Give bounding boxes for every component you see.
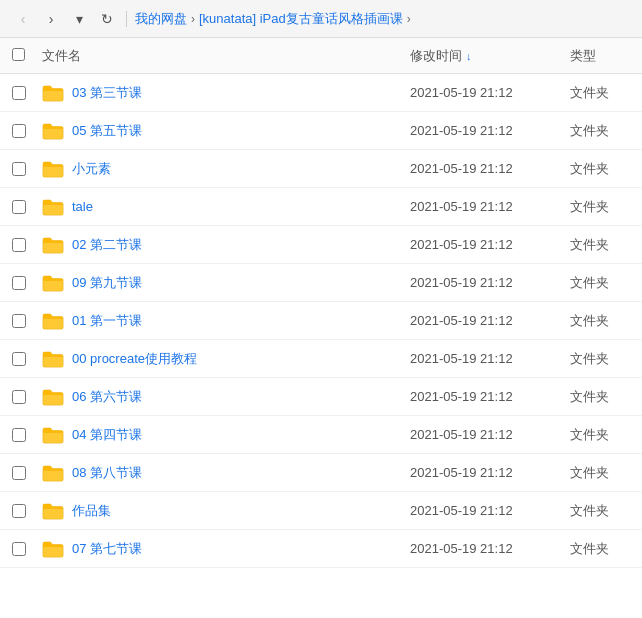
- row-check-11[interactable]: [12, 504, 42, 518]
- row-name-12: 07 第七节课: [42, 540, 410, 558]
- header-date-label: 修改时间: [410, 47, 462, 65]
- row-checkbox-2[interactable]: [12, 162, 26, 176]
- table-row[interactable]: 07 第七节课 2021-05-19 21:12 文件夹: [0, 530, 642, 568]
- dropdown-icon: ▾: [76, 11, 83, 27]
- breadcrumb-root[interactable]: 我的网盘: [135, 10, 187, 28]
- row-checkbox-1[interactable]: [12, 124, 26, 138]
- file-type-12: 文件夹: [570, 540, 630, 558]
- row-checkbox-6[interactable]: [12, 314, 26, 328]
- refresh-icon: ↻: [101, 11, 113, 27]
- row-name-9: 04 第四节课: [42, 426, 410, 444]
- table-row[interactable]: tale 2021-05-19 21:12 文件夹: [0, 188, 642, 226]
- select-all-checkbox[interactable]: [12, 48, 25, 61]
- file-date-5: 2021-05-19 21:12: [410, 275, 570, 290]
- breadcrumb-sep-2: ›: [407, 12, 411, 26]
- file-date-1: 2021-05-19 21:12: [410, 123, 570, 138]
- row-check-9[interactable]: [12, 428, 42, 442]
- forward-button[interactable]: ›: [40, 8, 62, 30]
- row-name-2: 小元素: [42, 160, 410, 178]
- table-row[interactable]: 作品集 2021-05-19 21:12 文件夹: [0, 492, 642, 530]
- row-checkbox-3[interactable]: [12, 200, 26, 214]
- table-row[interactable]: 09 第九节课 2021-05-19 21:12 文件夹: [0, 264, 642, 302]
- row-checkbox-8[interactable]: [12, 390, 26, 404]
- back-icon: ‹: [21, 11, 26, 27]
- row-checkbox-5[interactable]: [12, 276, 26, 290]
- forward-icon: ›: [49, 11, 54, 27]
- header-type: 类型: [570, 47, 630, 65]
- header-date[interactable]: 修改时间 ↓: [410, 47, 570, 65]
- row-checkbox-0[interactable]: [12, 86, 26, 100]
- file-date-9: 2021-05-19 21:12: [410, 427, 570, 442]
- file-name-text[interactable]: 08 第八节课: [72, 464, 142, 482]
- file-type-5: 文件夹: [570, 274, 630, 292]
- refresh-button[interactable]: ↻: [96, 8, 118, 30]
- file-name-text[interactable]: 05 第五节课: [72, 122, 142, 140]
- table-row[interactable]: 00 procreate使用教程 2021-05-19 21:12 文件夹: [0, 340, 642, 378]
- folder-icon: [42, 388, 64, 406]
- row-checkbox-7[interactable]: [12, 352, 26, 366]
- table-row[interactable]: 04 第四节课 2021-05-19 21:12 文件夹: [0, 416, 642, 454]
- file-type-4: 文件夹: [570, 236, 630, 254]
- file-name-text[interactable]: 03 第三节课: [72, 84, 142, 102]
- breadcrumb-course[interactable]: [kunatata] iPad复古童话风格插画课: [199, 10, 403, 28]
- row-check-6[interactable]: [12, 314, 42, 328]
- row-check-12[interactable]: [12, 542, 42, 556]
- row-name-7: 00 procreate使用教程: [42, 350, 410, 368]
- file-name-text[interactable]: 02 第二节课: [72, 236, 142, 254]
- table-row[interactable]: 01 第一节课 2021-05-19 21:12 文件夹: [0, 302, 642, 340]
- folder-icon: [42, 274, 64, 292]
- row-name-5: 09 第九节课: [42, 274, 410, 292]
- file-type-2: 文件夹: [570, 160, 630, 178]
- row-checkbox-12[interactable]: [12, 542, 26, 556]
- table-row[interactable]: 06 第六节课 2021-05-19 21:12 文件夹: [0, 378, 642, 416]
- file-name-text[interactable]: 01 第一节课: [72, 312, 142, 330]
- folder-icon: [42, 84, 64, 102]
- file-name-text[interactable]: tale: [72, 199, 93, 214]
- row-check-2[interactable]: [12, 162, 42, 176]
- row-name-1: 05 第五节课: [42, 122, 410, 140]
- row-check-1[interactable]: [12, 124, 42, 138]
- breadcrumb-sep-1: ›: [191, 12, 195, 26]
- file-type-6: 文件夹: [570, 312, 630, 330]
- row-name-10: 08 第八节课: [42, 464, 410, 482]
- file-type-11: 文件夹: [570, 502, 630, 520]
- row-checkbox-11[interactable]: [12, 504, 26, 518]
- row-checkbox-10[interactable]: [12, 466, 26, 480]
- row-name-0: 03 第三节课: [42, 84, 410, 102]
- file-type-9: 文件夹: [570, 426, 630, 444]
- table-row[interactable]: 03 第三节课 2021-05-19 21:12 文件夹: [0, 74, 642, 112]
- row-check-0[interactable]: [12, 86, 42, 100]
- file-date-10: 2021-05-19 21:12: [410, 465, 570, 480]
- file-name-text[interactable]: 00 procreate使用教程: [72, 350, 197, 368]
- row-checkbox-9[interactable]: [12, 428, 26, 442]
- folder-icon: [42, 236, 64, 254]
- file-type-8: 文件夹: [570, 388, 630, 406]
- dropdown-button[interactable]: ▾: [68, 8, 90, 30]
- file-name-text[interactable]: 04 第四节课: [72, 426, 142, 444]
- file-name-text[interactable]: 小元素: [72, 160, 111, 178]
- file-name-text[interactable]: 作品集: [72, 502, 111, 520]
- table-row[interactable]: 08 第八节课 2021-05-19 21:12 文件夹: [0, 454, 642, 492]
- file-date-2: 2021-05-19 21:12: [410, 161, 570, 176]
- file-name-text[interactable]: 07 第七节课: [72, 540, 142, 558]
- file-type-1: 文件夹: [570, 122, 630, 140]
- header-check[interactable]: [12, 48, 42, 64]
- table-row[interactable]: 小元素 2021-05-19 21:12 文件夹: [0, 150, 642, 188]
- row-check-8[interactable]: [12, 390, 42, 404]
- table-row[interactable]: 02 第二节课 2021-05-19 21:12 文件夹: [0, 226, 642, 264]
- folder-icon: [42, 312, 64, 330]
- folder-icon: [42, 464, 64, 482]
- row-check-3[interactable]: [12, 200, 42, 214]
- file-name-text[interactable]: 09 第九节课: [72, 274, 142, 292]
- row-check-4[interactable]: [12, 238, 42, 252]
- file-type-0: 文件夹: [570, 84, 630, 102]
- sort-icon: ↓: [466, 50, 472, 62]
- row-check-7[interactable]: [12, 352, 42, 366]
- back-button[interactable]: ‹: [12, 8, 34, 30]
- row-check-5[interactable]: [12, 276, 42, 290]
- table-row[interactable]: 05 第五节课 2021-05-19 21:12 文件夹: [0, 112, 642, 150]
- row-checkbox-4[interactable]: [12, 238, 26, 252]
- file-list: 03 第三节课 2021-05-19 21:12 文件夹 05 第五节课 202…: [0, 74, 642, 618]
- row-check-10[interactable]: [12, 466, 42, 480]
- file-name-text[interactable]: 06 第六节课: [72, 388, 142, 406]
